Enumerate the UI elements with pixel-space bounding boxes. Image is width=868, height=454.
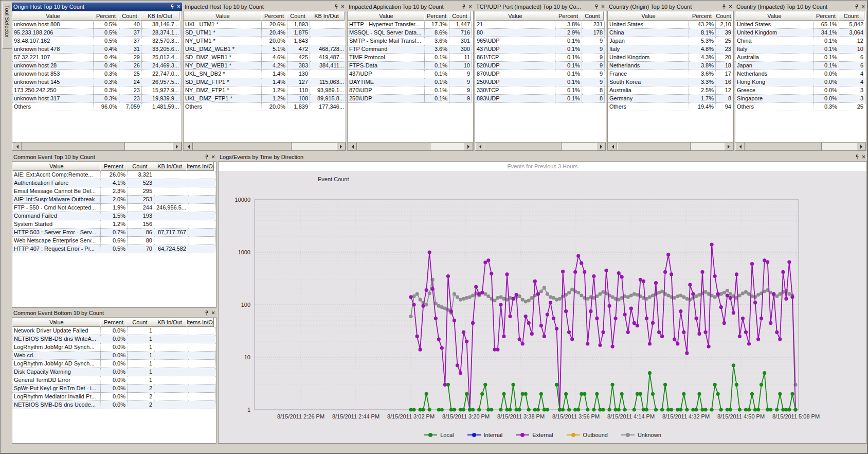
table-row[interactable]: China8.1%39: [608, 29, 733, 37]
column-header-value[interactable]: Value: [12, 162, 101, 171]
table-row[interactable]: SD_DMZ_FTP1 *1.4%127115,063...: [184, 78, 346, 86]
horizontal-scrollbar[interactable]: [12, 143, 182, 151]
table-row[interactable]: Japan5.3%25: [608, 37, 733, 45]
table-row[interactable]: SpWr-Put KeyLgr RnTm Det - i...0.0%2: [12, 385, 216, 393]
column-header-value[interactable]: Value: [608, 11, 689, 21]
table-row[interactable]: LogRhythm JobMgr AD Synch...0.0%1: [12, 360, 216, 368]
pin-icon[interactable]: [594, 4, 599, 10]
table-row[interactable]: 861\TCP0.1%9: [475, 54, 606, 62]
table-row[interactable]: FTPS-Data0.1%10: [348, 62, 473, 70]
table-row[interactable]: Disk Capacity Warning0.0%1: [12, 368, 216, 376]
pin-icon[interactable]: [855, 154, 860, 160]
table-row[interactable]: 965\UDP0.1%9: [475, 37, 606, 45]
horizontal-scrollbar[interactable]: [735, 143, 866, 151]
table-row[interactable]: Singapore0.0%3: [735, 95, 866, 103]
chart-panel-titlebar[interactable]: Logs/Events by Time by Direction ×: [218, 153, 867, 161]
column-header-percent[interactable]: Percent: [93, 11, 119, 21]
table-row[interactable]: 250\UDP0.1%9: [348, 95, 473, 103]
column-header-count[interactable]: Count: [286, 11, 309, 21]
column-header-kb-in-out[interactable]: KB In/Out: [140, 11, 179, 21]
column-header-percent[interactable]: Percent: [424, 11, 449, 21]
close-icon[interactable]: ×: [468, 4, 472, 9]
table-row[interactable]: 93.48.107.1620.5%3732,570.3...: [12, 37, 182, 45]
scrollbar-thumb[interactable]: [745, 143, 822, 150]
column-header-value[interactable]: Value: [12, 11, 94, 21]
table-row[interactable]: NETBIOS SMB-DS dns WriteA...0.0%1: [12, 335, 216, 343]
column-header-items-in-out[interactable]: Items In/Out: [186, 162, 214, 171]
column-header-kb-in-out[interactable]: KB In/Out: [153, 162, 187, 171]
close-icon[interactable]: ×: [177, 4, 180, 9]
table-row[interactable]: China0.1%12: [735, 37, 866, 45]
column-header-kb-in-out[interactable]: KB In/Out: [309, 11, 345, 21]
panel-titlebar[interactable]: Country (Impacted) Top 10 by Count×: [735, 3, 866, 11]
column-header-value[interactable]: Value: [348, 11, 425, 21]
column-header-value[interactable]: Value: [735, 11, 813, 21]
table-row[interactable]: Australia2.5%12: [608, 86, 733, 95]
close-icon[interactable]: ×: [861, 4, 865, 9]
scrollbar-track[interactable]: [617, 143, 724, 150]
table-row[interactable]: 95.233.188.2060.5%3728,374.1...: [12, 29, 182, 37]
table-row[interactable]: Italy0.1%10: [735, 45, 866, 54]
close-icon[interactable]: ×: [211, 310, 215, 316]
table-row[interactable]: UKL_DMZ_WEB1 *5.1%472468,728...: [184, 45, 346, 54]
table-row[interactable]: 57.32.221.1070.4%2925,012.4...: [12, 54, 182, 62]
scroll-left-button[interactable]: [608, 143, 617, 150]
table-row[interactable]: South Korea3.3%16: [608, 78, 733, 86]
table-row[interactable]: 520\UDP0.1%9: [475, 62, 606, 70]
table-row[interactable]: unknown host 280.4%2624,469.3...: [12, 62, 182, 70]
table-row[interactable]: 870\UDP0.1%9: [475, 70, 606, 78]
table-row[interactable]: 213.8%231: [475, 21, 606, 29]
panel-titlebar[interactable]: TCP/UDP Port (Impacted) Top 10 by Co...×: [475, 3, 606, 11]
table-row[interactable]: 870\UDP0.1%9: [348, 86, 473, 95]
table-row[interactable]: 802.9%178: [475, 29, 606, 37]
table-row[interactable]: Japan0.1%6: [735, 62, 866, 70]
table-row[interactable]: unknown host 3170.3%2319,939.9...: [12, 95, 182, 103]
table-row[interactable]: 330\TCP0.1%8: [475, 86, 606, 95]
scrollbar-thumb[interactable]: [484, 143, 562, 150]
scrollbar-thumb[interactable]: [617, 143, 691, 150]
table-row[interactable]: Others96.0%7,0591,481,59...: [12, 103, 182, 111]
table-row[interactable]: 893\UDP0.1%8: [475, 95, 606, 103]
column-header-count[interactable]: Count: [126, 162, 153, 171]
pin-icon[interactable]: [854, 4, 859, 10]
scroll-left-button[interactable]: [348, 143, 357, 150]
column-header-percent[interactable]: Percent: [100, 318, 127, 327]
column-header-value[interactable]: Value: [184, 11, 262, 21]
scroll-right-button[interactable]: [336, 143, 346, 150]
column-header-value[interactable]: Value: [475, 11, 555, 21]
table-row[interactable]: unknown host 1450.3%2426,957.5...: [12, 78, 182, 86]
close-icon[interactable]: ×: [341, 4, 345, 9]
table-row[interactable]: France3.6%17: [608, 70, 733, 78]
column-header-count[interactable]: Count: [126, 318, 153, 327]
table-row[interactable]: unknown host 8080.5%4038,146.7...: [12, 21, 182, 29]
table-row[interactable]: Netherlands0.0%4: [735, 70, 866, 78]
tool-selector-tab[interactable]: Tool Selector: [2, 3, 12, 49]
table-row[interactable]: UKL_SN_DB2 *1.4%130: [184, 70, 346, 78]
panel-titlebar[interactable]: Common Event Top 10 by Count×: [12, 153, 216, 161]
scroll-right-button[interactable]: [857, 143, 866, 150]
table-row[interactable]: System Started1.2%156: [12, 220, 216, 229]
horizontal-scrollbar[interactable]: [347, 143, 474, 151]
table-row[interactable]: United Kingdom34.1%3,064: [735, 29, 866, 37]
table-row[interactable]: United Kingdom4.3%20: [608, 54, 733, 62]
table-row[interactable]: MSSQL - SQL Server Data...8.6%716: [348, 29, 473, 37]
table-row[interactable]: Authentication Failure4.1%523: [12, 179, 216, 187]
column-header-count[interactable]: Count: [581, 11, 604, 21]
column-header-count[interactable]: Count: [448, 11, 471, 21]
column-header-percent[interactable]: Percent: [555, 11, 582, 21]
panel-titlebar[interactable]: Origin Host Top 10 by Count×: [12, 3, 182, 11]
table-row[interactable]: 250\UDP0.1%9: [475, 78, 606, 86]
scrollbar-track[interactable]: [357, 143, 464, 150]
table-row[interactable]: Others20.0%1,839177,346...: [184, 103, 346, 111]
pin-icon[interactable]: [204, 310, 209, 316]
pin-icon[interactable]: [334, 4, 339, 10]
table-row[interactable]: SD_DMZ_WEB1 *4.6%425419,487...: [184, 54, 346, 62]
scrollbar-track[interactable]: [22, 143, 172, 150]
scroll-right-button[interactable]: [596, 143, 606, 150]
horizontal-scrollbar[interactable]: [607, 143, 734, 151]
table-row[interactable]: AIE: Ext:Accnt Comp:Remote...26.0%3,321: [12, 171, 216, 179]
table-row[interactable]: Command Failed1.5%193: [12, 212, 216, 220]
pin-icon[interactable]: [721, 4, 727, 10]
table-row[interactable]: Greece0.0%3: [735, 86, 866, 95]
table-row[interactable]: Germany1.7%8: [608, 95, 733, 103]
